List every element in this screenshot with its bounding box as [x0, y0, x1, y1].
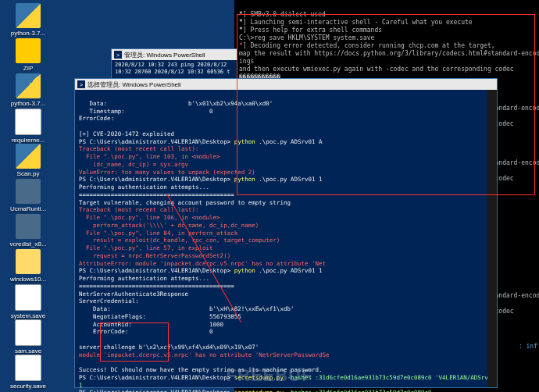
desktop-icon-ucmarunti[interactable]: UcmaRunti... [5, 179, 52, 212]
zip-icon [16, 38, 41, 63]
file-icon [15, 319, 41, 346]
desktop-icon-python37[interactable]: python-3.7... [5, 3, 52, 37]
icon-label: security.save [5, 383, 52, 390]
desktop-icon-securitysave[interactable]: security.save [5, 355, 52, 390]
powershell-window-back[interactable]: > 管理员: Windows PowerShell 2020/8/12 10:3… [111, 48, 237, 80]
desktop-icon-vcredistx8[interactable]: vcredist_x8... [5, 214, 52, 248]
window-title: 管理员: Windows PowerShell [124, 51, 205, 59]
exe-icon [16, 179, 41, 204]
desktop-icon-python37[interactable]: python-3.7... [5, 73, 52, 107]
powershell-window-main[interactable]: > 选择管理员: Windows PowerShell Data: b'\x01… [74, 78, 498, 388]
desktop-icon-zip[interactable]: ZIP [5, 38, 52, 72]
scrollbar[interactable] [487, 90, 497, 387]
py-icon [16, 73, 41, 98]
icon-label: windows10... [5, 276, 52, 283]
exe-icon [16, 214, 41, 239]
powershell-icon: > [77, 80, 85, 88]
desktop-icon-samsave[interactable]: sam.save [5, 319, 52, 355]
desktop-icon-systemsave[interactable]: system.save [5, 284, 52, 319]
desktop-icon-scanpy[interactable]: Scan.py [5, 144, 52, 177]
titlebar[interactable]: > 管理员: Windows PowerShell [112, 49, 237, 60]
icon-label: python-3.7... [5, 30, 52, 37]
icon-label: Scan.py [5, 170, 52, 177]
terminal-body[interactable]: Data: b'\x01\xb2\x94a\xa0\xd0' Timestamp… [75, 90, 497, 392]
icon-label: python-3.7... [5, 100, 52, 107]
file-icon [15, 284, 41, 311]
desktop-icon-requireme[interactable]: requireme... [5, 109, 52, 144]
icon-label: requireme... [5, 137, 52, 144]
window-title: 选择管理员: Windows PowerShell [87, 80, 181, 89]
file-icon [15, 355, 41, 381]
desktop-icon-windows10[interactable]: windows10... [5, 249, 52, 283]
folder-icon [16, 249, 41, 274]
py-icon [16, 144, 41, 169]
icon-label: UcmaRunti... [5, 205, 52, 212]
py-icon [16, 3, 41, 28]
file-icon [15, 109, 41, 135]
icon-label: vcredist_x8... [5, 241, 52, 248]
terminal-body: 2020/8/12 10:32 243 ping 2020/8/12 10:32… [112, 60, 237, 77]
icon-label: ZIP [5, 65, 52, 72]
icon-label: system.save [5, 312, 52, 319]
icon-label: sam.save [5, 347, 52, 355]
info-label: : inf [519, 343, 537, 350]
desktop: python-3.7...ZIPpython-3.7...requireme..… [0, 0, 539, 392]
powershell-icon: > [114, 51, 122, 59]
titlebar[interactable]: > 选择管理员: Windows PowerShell [75, 79, 497, 90]
